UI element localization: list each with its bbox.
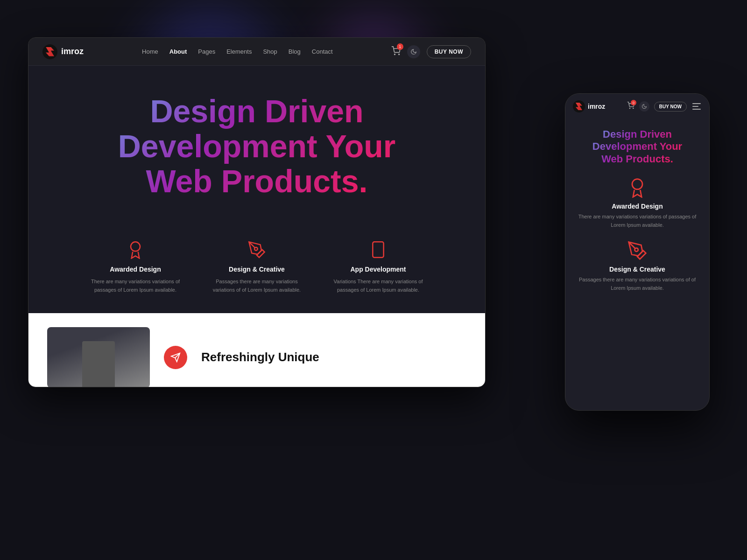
mobile-feature-card-awarded: Awarded Design There are many variations… [573,177,702,229]
award-icon [126,240,145,259]
nav-link-pages[interactable]: Pages [198,48,215,55]
mobile-feature-title-design: Design & Creative [573,266,702,273]
logo-text: imroz [61,47,84,56]
mobile-logo-icon [573,100,585,112]
mobile-pen-icon [627,240,648,261]
mobile-theme-toggle[interactable] [639,101,649,112]
mobile-feature-desc-awarded: There are many variations variations of … [573,213,702,229]
feature-card-app: App Development Variations There are man… [331,240,425,294]
mobile-logo-shape [576,103,582,110]
menu-line-1 [692,103,701,104]
nav-link-home[interactable]: Home [142,48,158,55]
phone-icon [369,240,388,259]
svg-point-8 [629,108,630,108]
desktop-logo: imroz [42,44,84,59]
logo-icon [42,44,57,59]
mobile-feature-desc-design: Passages there are many variations varia… [573,276,702,292]
nav-link-elements[interactable]: Elements [226,48,252,55]
mobile-mockup: imroz 0 BUY NOW [565,93,710,411]
desktop-bottom-section: Refreshingly Unique [28,313,485,387]
svg-point-3 [254,247,258,251]
mobile-hero-line1: Design Driven [603,128,672,140]
mobile-nav-actions: 0 BUY NOW [627,101,702,112]
hero-line1: Design Driven [150,93,363,129]
feature-card-design: Design & Creative Passages there are man… [210,240,303,294]
desktop-nav-actions: 1 BUY NOW [391,45,471,58]
theme-toggle[interactable] [407,45,420,58]
desktop-hero: Design Driven Development Your Web Produ… [28,66,485,222]
feature-desc-design: Passages there are many variations varia… [210,278,303,294]
feature-title-app: App Development [331,266,425,273]
mobile-feature-title-awarded: Awarded Design [573,203,702,210]
hero-line2: Development Your [118,128,396,164]
cart-badge: 1 [397,43,403,50]
buy-now-button[interactable]: BUY NOW [427,45,471,58]
desktop-mockup: imroz Home About Pages Elements Shop Blo… [28,37,486,387]
feature-title-design: Design & Creative [210,266,303,273]
logo-shape [46,47,54,56]
desktop-features: Awarded Design There are many variations… [28,222,485,313]
svg-point-11 [635,248,638,252]
nav-link-about[interactable]: About [169,48,187,55]
mobile-buy-now-button[interactable]: BUY NOW [654,102,687,112]
desktop-image-placeholder [47,327,150,387]
svg-point-9 [633,108,634,108]
feature-desc-app: Variations There are many variations of … [331,278,425,294]
svg-point-10 [632,179,642,189]
mobile-features: Awarded Design There are many variations… [565,170,709,300]
mobile-logo: imroz [573,100,605,112]
desktop-bottom-headline: Refreshingly Unique [201,350,319,364]
pen-icon [247,240,266,259]
nav-link-shop[interactable]: Shop [263,48,277,55]
mobile-hero: Design Driven Development Your Web Produ… [565,119,709,170]
nav-link-contact[interactable]: Contact [312,48,333,55]
mobile-feature-card-design: Design & Creative Passages there are man… [573,240,702,292]
svg-point-1 [399,54,400,55]
mobile-logo-text: imroz [588,103,605,110]
hero-line3: Web Products. [146,163,368,199]
desktop-hero-headline: Design Driven Development Your Web Produ… [47,94,466,198]
desktop-navbar: imroz Home About Pages Elements Shop Blo… [28,38,485,66]
mobile-menu-button[interactable] [691,101,702,112]
desktop-nav-links: Home About Pages Elements Shop Blog Cont… [142,48,333,55]
svg-point-0 [394,54,395,55]
feature-title-awarded: Awarded Design [89,266,182,273]
svg-rect-4 [373,242,383,258]
feature-card-awarded: Awarded Design There are many variations… [89,240,182,294]
mobile-hero-line2: Development Your [592,140,682,152]
person-silhouette [82,341,115,387]
person-figure [47,327,150,387]
mobile-navbar: imroz 0 BUY NOW [565,94,709,119]
mobile-cart-button[interactable]: 0 [627,102,634,111]
mobile-hero-line3: Web Products. [601,153,673,165]
cart-button[interactable]: 1 [391,46,401,57]
send-button[interactable] [164,346,187,369]
mobile-cart-badge: 0 [631,100,636,105]
menu-line-3 [692,109,701,110]
menu-line-2 [692,106,698,107]
nav-link-blog[interactable]: Blog [289,48,301,55]
svg-point-2 [131,242,140,252]
feature-desc-awarded: There are many variations variations of … [89,278,182,294]
mobile-award-icon [627,177,648,198]
mobile-hero-headline: Design Driven Development Your Web Produ… [573,128,702,165]
